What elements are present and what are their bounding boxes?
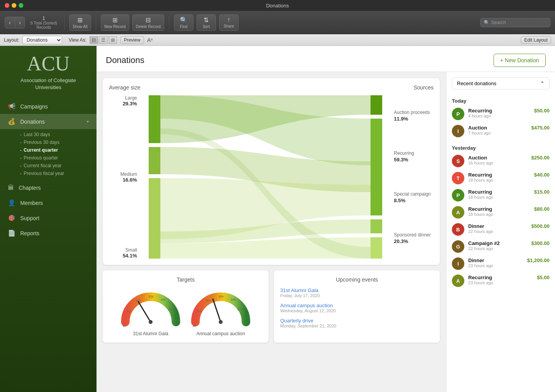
donation-info-yesterday-5: Dinner 22 hours ago [468,223,527,234]
subnav-prev-quarter[interactable]: Previous quarter [20,154,97,162]
donation-type-yesterday-6: Campaign #2 [468,240,527,246]
search-bar[interactable]: 🔍 [480,18,550,27]
maximize-button[interactable] [19,3,23,8]
donation-yesterday-2[interactable]: T Recurring 18 hours ago $40.00 [452,172,550,184]
donation-yesterday-8[interactable]: A Recurring 23 hours ago $5.00 [452,275,550,287]
nav-back-button[interactable]: ‹ [5,17,15,28]
gauge-svg-1: $0 $1k $2k $3k $4k $5k [119,289,182,328]
layout-select[interactable]: Donations [22,36,62,44]
donation-yesterday-5[interactable]: B Dinner 22 hours ago $500.00 [452,223,550,236]
sort-button[interactable]: ⇅ Sort [197,14,216,31]
avatar-yesterday-8: A [452,275,464,287]
sidebar-item-label-members: Members [20,200,89,206]
donation-amount-yesterday-3: $15.00 [534,189,550,195]
delete-record-icon: ⊟ [146,16,151,24]
separator-3 [169,16,169,30]
view-list-button[interactable]: ☰ [99,36,108,44]
donation-yesterday-1[interactable]: S Auction 16 hours ago $250.00 [452,155,550,167]
preview-button[interactable]: Preview [120,36,144,44]
recent-donations-label: Recent donations [457,80,496,86]
donation-time-yesterday-7: 23 hours ago [468,263,523,268]
delete-record-button[interactable]: ⊟ Delete Record [132,14,164,31]
sidebar-item-campaigns[interactable]: 📢 Campaigns [0,99,97,114]
svg-line-15 [213,299,221,322]
sankey-right-auction-proceeds: Auction proceeds 11.9% [394,110,434,122]
sankey-left-labels: Large 29.3% Medium 16.6% Small 54.1% [109,95,140,259]
logo-text: ACU [8,54,89,74]
sidebar-item-label-donations: Donations [20,119,82,125]
sankey-pct-sponsored-dinner: 20.3% [394,238,434,244]
svg-text:$5k: $5k [169,308,174,311]
avatar-yesterday-6: G [452,240,464,253]
subnav-prev30[interactable]: Previous 30 days [20,138,97,146]
donations-icon: 💰 [8,118,16,125]
svg-text:$4k: $4k [161,298,166,301]
sankey-label-medium: Medium [109,172,137,177]
sidebar-item-support[interactable]: 🎯 Support [0,210,97,226]
event-name-2[interactable]: Annual campus auction [280,303,434,308]
events-card: Upcoming events 31st Alumni Gala Friday,… [274,270,440,343]
event-name-3[interactable]: Quarterly drive [280,318,434,324]
view-table-button[interactable]: ⊞ [109,36,117,44]
event-name-1[interactable]: 31st Alumni Gala [280,287,434,293]
show-all-button[interactable]: ⊞ Show All [69,14,91,31]
gauge-svg-2: $0 $2k $4k $6k $8k $10k [190,289,252,328]
targets-card: Targets [103,270,269,343]
recent-donations-button[interactable]: Recent donations ⌃ [452,77,550,89]
event-date-3: Monday, September 21, 2020 [280,324,434,328]
donation-yesterday-3[interactable]: P Recurring 18 hours ago $15.00 [452,189,550,201]
donation-type-yesterday-7: Dinner [468,257,523,263]
subnav-current-quarter[interactable]: Current quarter [20,146,97,154]
layout-label: Layout: [4,37,19,43]
search-input[interactable] [491,20,546,25]
content-body: Average size Sources Large 29.3% Medium … [97,72,555,392]
donation-amount-yesterday-6: $300.00 [531,240,550,246]
avatar-today-1: P [452,108,464,120]
donation-yesterday-7[interactable]: I Dinner 23 hours ago $1,200.00 [452,257,550,270]
chapters-icon: 🏛 [8,184,14,191]
edit-layout-button[interactable]: Edit Layout [521,36,551,44]
sidebar-item-members[interactable]: 👤 Members [0,195,97,210]
yesterday-header: Yesterday [452,145,550,151]
sidebar-item-donations[interactable]: 💰 Donations ▾ [0,114,97,129]
sankey-chart [140,95,391,259]
toolbar: ‹ › 1 9 Total (Sorted) Records ⊞ Show Al… [0,11,555,34]
subnav-prev-fiscal[interactable]: Previous fiscal year [20,170,97,177]
sort-icon: ⇅ [204,16,209,24]
sidebar-item-chapters[interactable]: 🏛 Chapters [0,180,97,195]
svg-text:$0: $0 [123,324,126,328]
avatar-yesterday-3: P [452,189,464,201]
sidebar-item-reports[interactable]: 📄 Reports [0,226,97,241]
sankey-label-small: Small [109,247,137,253]
font-size-icon: Aᵃ [147,37,153,43]
close-button[interactable] [5,3,9,8]
campaigns-icon: 📢 [8,103,16,110]
minimize-button[interactable] [12,3,16,8]
share-button[interactable]: ↑ Share [219,14,239,31]
donation-today-1[interactable]: P Recurring 4 hours ago $50.00 [452,108,550,120]
new-record-button[interactable]: ⊞ New Record [101,14,129,31]
subnav-last30[interactable]: Last 30 days [20,131,97,138]
support-icon: 🎯 [8,214,16,222]
donation-yesterday-4[interactable]: A Recurring 18 hours ago $80.00 [452,206,550,219]
new-record-icon: ⊞ [112,16,118,24]
svg-rect-5 [371,219,382,233]
donation-amount-today-1: $50.00 [534,108,550,114]
sidebar-logo: ACU Association of Collegiate Universiti… [0,46,97,95]
reports-icon: 📄 [8,229,16,237]
donation-yesterday-6[interactable]: G Campaign #2 22 hours ago $300.00 [452,240,550,253]
traffic-lights [5,3,23,8]
gauge-label-1: 31st Alumni Gala [133,331,169,336]
content-header: Donations + New Donation [97,46,555,72]
donation-amount-yesterday-7: $1,200.00 [527,257,550,263]
donation-today-2[interactable]: I Auction 7 hours ago $475.00 [452,125,550,137]
donation-type-today-1: Recurring [468,108,530,114]
view-form-button[interactable]: ⊟ [90,36,98,44]
donation-type-yesterday-3: Recurring [468,189,530,195]
nav-arrows[interactable]: ‹ › [5,17,25,28]
subnav-current-fiscal[interactable]: Current fiscal year [20,162,97,170]
find-button[interactable]: 🔍 Find [174,14,193,31]
new-donation-button[interactable]: + New Donation [494,54,546,67]
separator-2 [96,16,96,30]
nav-forward-button[interactable]: › [15,17,25,28]
